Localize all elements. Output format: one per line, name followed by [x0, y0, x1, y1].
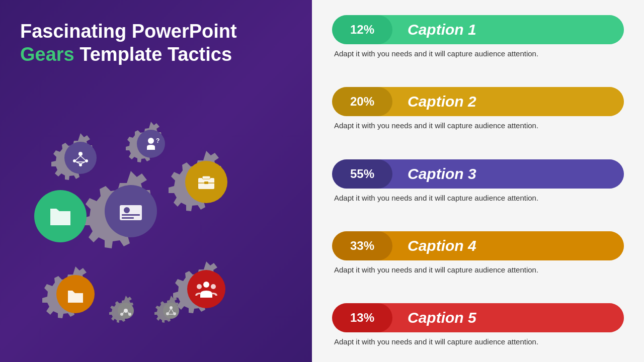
svg-point-16	[148, 138, 154, 144]
svg-point-2	[124, 207, 130, 213]
caption-3-percent: 55%	[332, 159, 392, 189]
svg-point-35	[163, 303, 179, 319]
svg-point-25	[187, 270, 225, 308]
svg-point-7	[73, 159, 76, 162]
svg-point-30	[124, 309, 128, 313]
caption-2-desc: Adapt it with you needs and it will capt…	[332, 120, 624, 131]
caption-5-percent: 13%	[332, 303, 392, 332]
caption-bar-5: 13% Caption 5	[332, 303, 624, 332]
caption-bar-1: 12% Caption 1	[332, 15, 624, 44]
left-panel: Fascinating PowerPoint Gears Template Ta…	[0, 0, 312, 362]
caption-block-1: 12% Caption 1 Adapt it with you needs an…	[332, 15, 624, 61]
svg-point-28	[211, 284, 216, 289]
svg-rect-4	[122, 217, 134, 219]
svg-text:?: ?	[156, 137, 159, 144]
caption-5-label: Caption 5	[392, 303, 624, 332]
title-text-2: Template Tactics	[79, 44, 232, 65]
svg-point-5	[64, 142, 97, 174]
svg-rect-3	[122, 214, 140, 216]
svg-point-8	[85, 159, 88, 162]
gears-illustration: ?	[15, 80, 297, 332]
caption-bar-2: 20% Caption 2	[332, 87, 624, 116]
caption-5-desc: Adapt it with you needs and it will capt…	[332, 336, 624, 347]
caption-2-label: Caption 2	[392, 87, 624, 116]
caption-2-percent: 20%	[332, 87, 392, 116]
caption-3-label: Caption 3	[392, 159, 624, 189]
caption-bar-4: 33% Caption 4	[332, 231, 624, 260]
caption-block-5: 13% Caption 5 Adapt it with you needs an…	[332, 303, 624, 349]
title-highlight: Gears	[20, 44, 74, 65]
caption-block-3: 55% Caption 3 Adapt it with you needs an…	[332, 159, 624, 205]
gears-svg: ?	[15, 80, 297, 332]
caption-4-percent: 33%	[332, 231, 392, 260]
caption-1-desc: Adapt it with you needs and it will capt…	[332, 48, 624, 59]
svg-rect-23	[204, 182, 208, 184]
caption-bar-3: 55% Caption 3	[332, 159, 624, 189]
caption-block-4: 33% Caption 4 Adapt it with you needs an…	[332, 231, 624, 277]
svg-point-36	[170, 306, 173, 309]
caption-4-label: Caption 4	[392, 231, 624, 260]
caption-3-desc: Adapt it with you needs and it will capt…	[332, 193, 624, 203]
slide-title: Fascinating PowerPoint Gears Template Ta…	[20, 20, 292, 66]
caption-block-2: 20% Caption 2 Adapt it with you needs an…	[332, 87, 624, 133]
caption-1-percent: 12%	[332, 15, 392, 44]
svg-point-27	[197, 284, 202, 289]
svg-point-6	[78, 152, 83, 156]
svg-rect-21	[202, 176, 210, 179]
caption-1-label: Caption 1	[392, 15, 624, 44]
caption-4-desc: Adapt it with you needs and it will capt…	[332, 264, 624, 275]
right-panel: 12% Caption 1 Adapt it with you needs an…	[312, 0, 644, 362]
svg-point-26	[203, 282, 209, 288]
title-text-1: Fascinating PowerPoint	[20, 21, 237, 42]
